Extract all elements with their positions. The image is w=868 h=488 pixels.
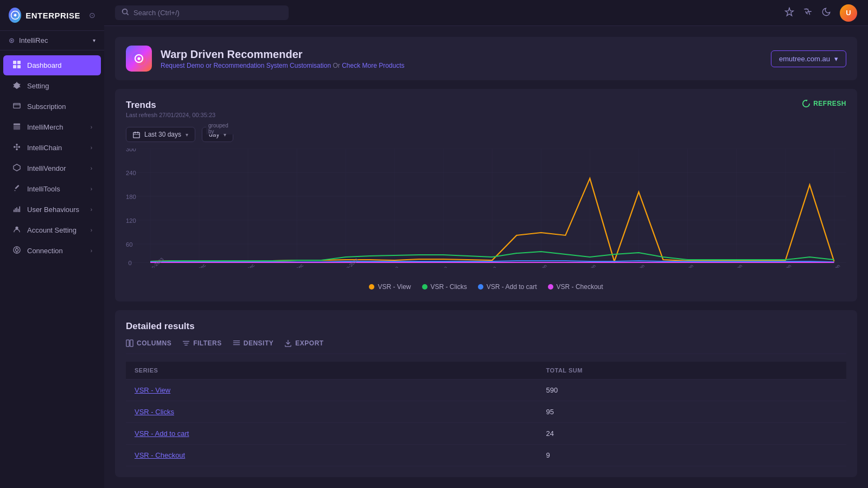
svg-text:31-Dec: 31-Dec: [289, 262, 305, 268]
sidebar-item-account-setting[interactable]: Account Setting ›: [3, 220, 101, 240]
legend-item-addtocart: VSR - Add to cart: [478, 283, 537, 291]
export-button[interactable]: EXPORT: [284, 339, 323, 347]
legend-label-addtocart: VSR - Add to cart: [487, 283, 537, 291]
dashboard-icon: [12, 61, 22, 70]
domain-selector[interactable]: emutree.com.au ▾: [771, 50, 846, 67]
svg-text:5-Jan: 5-Jan: [436, 265, 449, 268]
legend-dot-addtocart: [478, 284, 483, 290]
sidebar-item-intellichain[interactable]: IntelliChain ›: [3, 138, 101, 158]
sidebar-item-connection[interactable]: Connection ›: [3, 241, 101, 261]
svg-text:60: 60: [126, 242, 133, 248]
series-clicks-link[interactable]: VSR - Clicks: [126, 401, 537, 423]
legend-item-checkout: VSR - Checkout: [548, 283, 603, 291]
detailed-results-section: Detailed results COLUMNS FILTERS DENSITY: [115, 310, 857, 477]
sidebar-item-label: Setting: [27, 82, 49, 90]
plugin-link2[interactable]: Check More Products: [342, 62, 404, 69]
sidebar-item-intellivendor[interactable]: IntelliVendor ›: [3, 158, 101, 178]
legend-label-checkout: VSR - Checkout: [557, 283, 603, 291]
export-label: EXPORT: [295, 339, 323, 347]
column-total-sum: TOTAL SUM: [537, 362, 846, 380]
svg-text:4-Dec-2023: 4-Dec-2023: [143, 256, 165, 268]
density-button[interactable]: DENSITY: [233, 339, 274, 347]
column-series: SERIES: [126, 362, 537, 380]
legend-dot-clicks: [422, 284, 427, 290]
setting-icon: [12, 81, 22, 91]
columns-label: COLUMNS: [137, 339, 171, 347]
nav-chevron-connection: ›: [91, 248, 92, 254]
connection-icon: [12, 246, 22, 255]
trends-title: Trends: [126, 100, 215, 111]
org-icon: ⊛: [9, 36, 15, 44]
sidebar-header: ENTERPRISE ⊙: [0, 0, 104, 31]
trends-header: Trends Last refresh 27/01/2024, 00:35:23…: [126, 100, 846, 127]
filters-button[interactable]: FILTERS: [182, 339, 222, 347]
intellichain-icon: [12, 143, 22, 152]
series-addtocart-link[interactable]: VSR - Add to cart: [126, 423, 537, 445]
svg-rect-6: [14, 104, 20, 108]
date-range-chevron: ▾: [186, 132, 188, 138]
legend-dot-view: [369, 284, 374, 290]
trends-subtitle: Last refresh 27/01/2024, 00:35:23: [126, 112, 215, 118]
grouped-by-label: grouped by: [206, 123, 233, 134]
plugin-link1[interactable]: Request Demo or Recommendation System Cu…: [161, 62, 331, 69]
svg-text:300: 300: [126, 149, 136, 152]
svg-rect-13: [14, 210, 15, 212]
intellitools-icon: [12, 184, 22, 194]
svg-rect-2: [17, 61, 21, 64]
sidebar-item-intellitools[interactable]: IntelliTools ›: [3, 179, 101, 199]
svg-text:180: 180: [126, 194, 136, 200]
svg-point-20: [15, 248, 18, 251]
logo-icon: [9, 8, 21, 23]
svg-rect-15: [16, 207, 17, 212]
svg-rect-4: [17, 65, 21, 68]
svg-text:120: 120: [126, 218, 136, 224]
org-label: IntelliRec: [19, 36, 48, 44]
refresh-button[interactable]: REFRESH: [802, 100, 846, 107]
search-placeholder: Search (Ctrl+/): [133, 9, 180, 17]
series-view-link[interactable]: VSR - View: [126, 380, 537, 401]
trends-controls: Last 30 days ▾ grouped by day ▾: [126, 127, 846, 142]
svg-point-9: [18, 146, 21, 148]
nav-chevron-intellichain: ›: [91, 145, 92, 151]
account-setting-icon: [12, 226, 22, 235]
date-range-label: Last 30 days: [144, 131, 181, 138]
sidebar-item-setting[interactable]: Setting: [3, 76, 101, 96]
chart-svg: 300 240 180 120 60 0: [126, 149, 846, 268]
trends-title-area: Trends Last refresh 27/01/2024, 00:35:23: [126, 100, 215, 127]
sparkle-icon[interactable]: [784, 7, 794, 19]
svg-rect-16: [18, 209, 19, 212]
svg-text:19-Jan: 19-Jan: [729, 263, 743, 268]
subscription-icon: [12, 102, 22, 111]
sidebar-item-intellimerch[interactable]: IntelliMerch ›: [3, 117, 101, 137]
plugin-info: Warp Driven Recommender Request Demo or …: [161, 48, 405, 69]
trends-chart: 300 240 180 120 60 0: [126, 149, 846, 279]
plugin-name: Warp Driven Recommender: [161, 48, 405, 61]
svg-point-8: [16, 144, 18, 146]
sidebar-item-user-behaviours[interactable]: User Behaviours ›: [3, 200, 101, 220]
sidebar-item-dashboard[interactable]: Dashboard: [3, 55, 101, 75]
sidebar-item-label: User Behaviours: [27, 206, 79, 214]
domain-label: emutree.com.au: [779, 55, 830, 63]
search-bar[interactable]: Search (Ctrl+/): [115, 5, 289, 20]
detailed-results-title: Detailed results: [126, 321, 846, 332]
org-selector[interactable]: ⊛ IntelliRec ▾: [0, 31, 104, 50]
series-checkout-link[interactable]: VSR - Checkout: [126, 445, 537, 466]
translate-icon[interactable]: [803, 7, 813, 19]
svg-text:0: 0: [129, 260, 132, 266]
svg-rect-17: [19, 207, 20, 213]
moon-icon[interactable]: [821, 7, 831, 19]
svg-text:240: 240: [126, 170, 136, 176]
date-range-button[interactable]: Last 30 days ▾: [126, 127, 195, 142]
table-head: SERIES TOTAL SUM: [126, 362, 846, 380]
domain-chevron: ▾: [834, 55, 838, 63]
app-name: ENTERPRISE: [25, 11, 80, 20]
sidebar-item-subscription[interactable]: Subscription: [3, 97, 101, 117]
columns-button[interactable]: COLUMNS: [126, 339, 171, 347]
svg-text:25-Jan: 25-Jan: [827, 263, 841, 268]
avatar[interactable]: U: [840, 4, 857, 22]
table-header-row: SERIES TOTAL SUM: [126, 362, 846, 380]
table-controls: COLUMNS FILTERS DENSITY EXPORT: [126, 339, 846, 354]
content-area: Warp Driven Recommender Request Demo or …: [104, 26, 868, 488]
filters-label: FILTERS: [193, 339, 222, 347]
svg-text:28-Dec: 28-Dec: [192, 262, 207, 268]
